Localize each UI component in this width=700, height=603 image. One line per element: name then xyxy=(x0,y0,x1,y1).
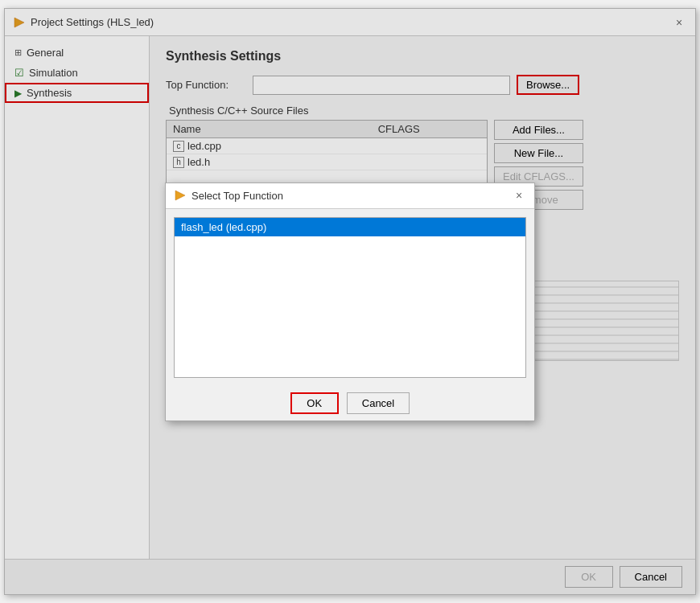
modal-cancel-button[interactable]: Cancel xyxy=(347,392,410,414)
modal-ok-button[interactable]: OK xyxy=(290,392,339,414)
main-dialog: Project Settings (HLS_led) × ⊞ General ☑… xyxy=(4,8,696,595)
modal-title-left: Select Top Function xyxy=(174,189,283,202)
modal-close-button[interactable]: × xyxy=(512,188,526,203)
modal-title-text: Select Top Function xyxy=(191,190,283,202)
modal-title-bar: Select Top Function × xyxy=(166,183,534,209)
modal-overlay: Select Top Function × flash_led (led.cpp… xyxy=(5,9,695,594)
function-item[interactable]: flash_led (led.cpp) xyxy=(175,218,525,236)
function-list[interactable]: flash_led (led.cpp) xyxy=(174,217,526,378)
modal-body: flash_led (led.cpp) xyxy=(166,209,534,386)
modal-hls-icon xyxy=(174,189,187,202)
modal-footer: OK Cancel xyxy=(166,386,534,420)
select-top-function-dialog: Select Top Function × flash_led (led.cpp… xyxy=(165,183,535,421)
svg-marker-1 xyxy=(175,191,185,200)
